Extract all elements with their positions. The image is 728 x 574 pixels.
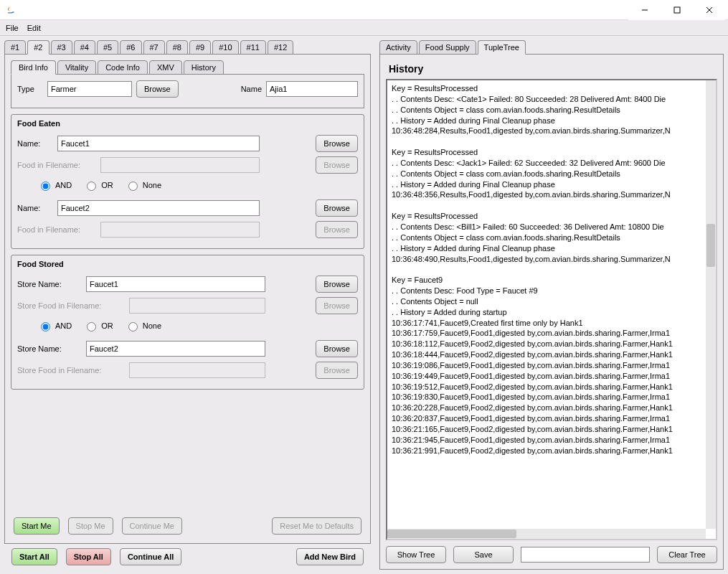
java-icon xyxy=(6,4,17,16)
history-line: 10:36:19:830,Faucet9,Food1,digested by,c… xyxy=(392,392,701,403)
fs-sfif2-input xyxy=(129,362,265,378)
fs-name1-browse[interactable]: Browse xyxy=(316,276,358,293)
hash-tab-2[interactable]: #2 xyxy=(27,40,49,55)
save-button[interactable]: Save xyxy=(453,546,514,563)
hash-tab-1[interactable]: #1 xyxy=(4,40,26,55)
fs-radio-and[interactable]: AND xyxy=(37,320,72,331)
hash-tab-10[interactable]: #10 xyxy=(212,40,238,55)
start-all-button[interactable]: Start All xyxy=(11,548,57,565)
add-new-bird-button[interactable]: Add New Bird xyxy=(296,548,364,565)
menu-file[interactable]: File xyxy=(6,24,19,32)
history-line xyxy=(392,264,701,275)
close-button[interactable] xyxy=(693,0,725,20)
fs-radio-row: ANDORNone xyxy=(37,320,358,331)
tree-input[interactable] xyxy=(521,547,650,563)
fs-name2-input[interactable] xyxy=(86,341,265,357)
maximize-button[interactable] xyxy=(661,0,693,20)
inner-tab-vitality[interactable]: Vitality xyxy=(57,60,96,75)
history-line: 10:36:19:512,Faucet9,Food2,digested by,c… xyxy=(392,382,701,392)
hash-panel: Bird InfoVitalityCode InfoXMVHistory Typ… xyxy=(4,54,371,544)
fs-radio-or[interactable]: OR xyxy=(83,320,113,331)
history-line: . . History = Added during Final Cleanup… xyxy=(392,116,701,126)
hash-tab-12[interactable]: #12 xyxy=(268,40,293,55)
history-line: . . Contents Object = class com.avian.fo… xyxy=(392,105,701,116)
inner-tab-code-info[interactable]: Code Info xyxy=(98,60,148,75)
history-line: . . History = Added during Final Cleanup… xyxy=(392,179,701,190)
fe-radio-row: ANDORNone xyxy=(37,179,358,191)
history-line: 10:36:17:759,Faucet9,Food1,digested by,c… xyxy=(392,328,701,339)
fs-sfif1-input xyxy=(129,298,265,314)
right-tab-food-supply[interactable]: Food Supply xyxy=(419,40,476,55)
hash-tab-9[interactable]: #9 xyxy=(189,40,211,55)
history-title: History xyxy=(389,63,717,75)
stop-all-button[interactable]: Stop All xyxy=(66,548,111,565)
start-me-button[interactable]: Start Me xyxy=(14,517,60,535)
hash-tab-11[interactable]: #11 xyxy=(240,40,266,55)
history-line xyxy=(392,136,701,147)
fs-name1-input[interactable] xyxy=(86,276,265,292)
inner-tab-history[interactable]: History xyxy=(184,60,224,75)
fe-fif2-label: Food in Filename: xyxy=(17,225,96,234)
fs-name1-label: Store Name: xyxy=(17,280,82,288)
fs-sfif2-browse: Browse xyxy=(316,362,358,379)
stop-me-button: Stop Me xyxy=(68,517,113,535)
name-input[interactable] xyxy=(266,81,358,97)
fs-name2-browse[interactable]: Browse xyxy=(316,340,358,357)
hash-tab-5[interactable]: #5 xyxy=(97,40,118,55)
hash-tab-6[interactable]: #6 xyxy=(120,40,141,55)
fe-radio-or[interactable]: OR xyxy=(83,179,113,191)
menubar: File Edit xyxy=(0,20,728,36)
history-line: Key = ResultsProcessed xyxy=(392,211,701,222)
history-line: . . Contents Desc: <Bill1> Failed: 60 Su… xyxy=(392,222,701,232)
fe-name2-label: Name: xyxy=(17,204,53,212)
fe-name1-input[interactable] xyxy=(57,136,260,151)
fe-name2-input[interactable] xyxy=(57,200,260,216)
history-line: . . Contents Object = class com.avian.fo… xyxy=(392,169,701,179)
continue-all-button[interactable]: Continue All xyxy=(120,548,181,565)
type-label: Type xyxy=(17,85,43,93)
history-line: 10:36:20:228,Faucet9,Food2,digested by,c… xyxy=(392,403,701,413)
hash-tab-4[interactable]: #4 xyxy=(74,40,95,55)
history-line: 10:36:20:837,Faucet9,Food1,digested by,c… xyxy=(392,413,701,424)
type-input[interactable] xyxy=(47,81,132,97)
fe-fif1-browse: Browse xyxy=(316,156,358,174)
fe-fif2-browse: Browse xyxy=(316,221,358,238)
type-browse-button[interactable]: Browse xyxy=(136,80,179,98)
hash-tab-8[interactable]: #8 xyxy=(166,40,188,55)
right-tab-activity[interactable]: Activity xyxy=(379,40,417,55)
clear-tree-button[interactable]: Clear Tree xyxy=(657,546,717,563)
food-stored-title: Food Stored xyxy=(17,260,358,268)
fs-sfif1-label: Store Food in Filename: xyxy=(17,301,125,310)
history-line: 10:36:48:490,Results,Food1,digested by,c… xyxy=(392,254,701,265)
inner-tab-bird-info[interactable]: Bird Info xyxy=(11,60,56,75)
bird-info-panel: Type Browse Name xyxy=(11,74,364,108)
scrollbar-horizontal[interactable] xyxy=(387,529,706,539)
menu-edit[interactable]: Edit xyxy=(27,24,41,32)
fs-radio-none[interactable]: None xyxy=(125,320,161,331)
scrollbar-vertical[interactable] xyxy=(706,80,716,529)
history-line: 10:36:48:356,Results,Food1,digested by,c… xyxy=(392,189,701,200)
history-line: 10:36:19:449,Faucet9,Food1,digested by,c… xyxy=(392,371,701,382)
history-textarea[interactable]: Key = ResultsProcessed . . Contents Desc… xyxy=(386,79,717,540)
fe-name2-browse[interactable]: Browse xyxy=(316,199,358,217)
history-line: 10:36:21:945,Faucet9,Food1,digested by,c… xyxy=(392,435,701,446)
fe-name1-browse[interactable]: Browse xyxy=(316,135,358,152)
tupletree-panel: History Key = ResultsProcessed . . Conte… xyxy=(379,54,724,570)
right-tab-tupletree[interactable]: TupleTree xyxy=(478,40,526,55)
titlebar xyxy=(0,0,728,20)
right-tabstrip: ActivityFood SupplyTupleTree xyxy=(379,40,724,55)
history-line: . . Contents Desc: <Jack1> Failed: 62 Su… xyxy=(392,158,701,169)
history-line: 10:36:19:086,Faucet9,Food1,digested by,c… xyxy=(392,360,701,371)
hash-tab-3[interactable]: #3 xyxy=(51,40,72,55)
history-line: . . History = Added during Final Cleanup… xyxy=(392,243,701,254)
minimize-button[interactable] xyxy=(628,0,661,20)
fe-radio-none[interactable]: None xyxy=(125,179,161,191)
fs-sfif2-label: Store Food in Filename: xyxy=(17,366,125,375)
fe-radio-and[interactable]: AND xyxy=(37,179,72,191)
fe-fif2-input xyxy=(100,222,260,237)
hash-tab-7[interactable]: #7 xyxy=(143,40,165,55)
hash-tabstrip: #1#2#3#4#5#6#7#8#9#10#11#12 xyxy=(4,40,371,55)
show-tree-button[interactable]: Show Tree xyxy=(386,546,446,563)
inner-tab-xmv[interactable]: XMV xyxy=(149,60,182,75)
history-line: 10:36:48:284,Results,Food1,digested by,c… xyxy=(392,126,701,136)
